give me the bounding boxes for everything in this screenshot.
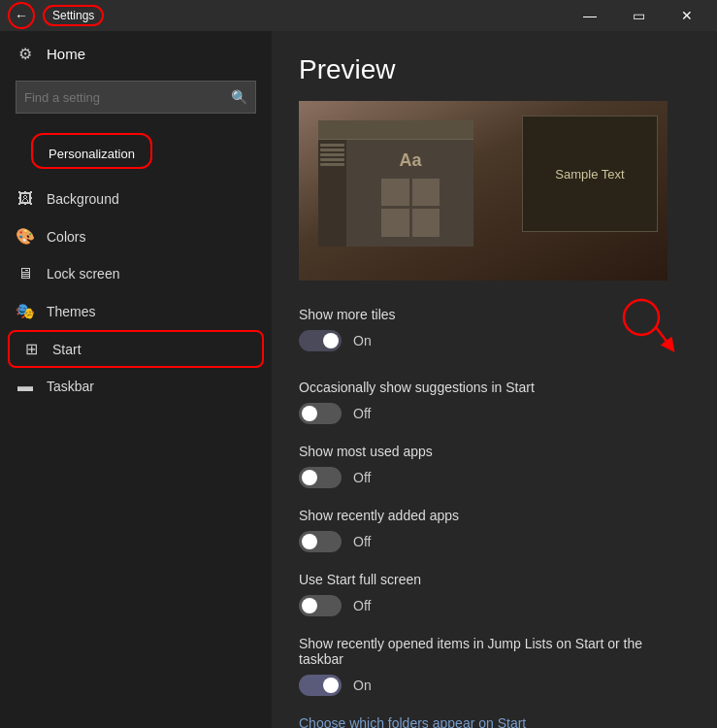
tile-2 (412, 179, 440, 207)
show-suggestions-toggle-row: Off (299, 403, 690, 424)
show-suggestions-thumb (302, 406, 317, 421)
section-header-container: Personalization (0, 121, 272, 181)
use-full-screen-thumb (302, 598, 317, 613)
preview-window-titlebar (318, 120, 473, 140)
preview-tiles (381, 179, 440, 237)
search-box[interactable]: 🔍 (16, 81, 256, 114)
show-recently-added-value: Off (353, 534, 371, 549)
start-icon: ⊞ (21, 340, 41, 358)
tile-4 (412, 209, 440, 237)
svg-point-0 (624, 300, 659, 335)
sample-text-box: Sample Text (522, 116, 658, 232)
show-recently-added-toggle[interactable] (299, 531, 342, 552)
show-more-tiles-toggle[interactable] (299, 330, 342, 351)
title-bar-controls: — ▭ ✕ (568, 0, 709, 31)
show-more-tiles-toggle-row: On (299, 330, 603, 351)
preview-main: Aa (347, 140, 473, 247)
app-title: Settings (43, 5, 104, 26)
preview-strip-5 (320, 163, 344, 166)
show-recently-added-toggle-row: Off (299, 531, 690, 552)
preview-strip-4 (320, 158, 344, 161)
background-icon: 🖼 (16, 190, 35, 208)
sidebar-item-taskbar-label: Taskbar (47, 379, 94, 394)
sample-text-label: Sample Text (555, 167, 624, 182)
preview-aa-label: Aa (381, 150, 440, 237)
show-recently-opened-value: On (353, 678, 372, 693)
setting-show-most-used: Show most used apps Off (299, 444, 690, 488)
colors-icon: 🎨 (16, 227, 35, 246)
show-most-used-value: Off (353, 470, 371, 485)
close-button[interactable]: ✕ (665, 0, 709, 31)
setting-show-recently-opened: Show recently opened items in Jump Lists… (299, 636, 690, 696)
preview-strip-2 (320, 149, 344, 151)
arrow-annotation (603, 298, 680, 360)
show-recently-opened-thumb (323, 678, 339, 693)
show-recently-opened-toggle-row: On (299, 675, 690, 696)
show-more-tiles-value: On (353, 333, 372, 348)
sidebar-item-background[interactable]: 🖼 Background (0, 181, 272, 217)
use-full-screen-toggle[interactable] (299, 595, 342, 616)
sidebar-item-themes-label: Themes (47, 304, 96, 319)
taskbar-icon: ▬ (16, 378, 35, 395)
sidebar-item-background-label: Background (47, 191, 119, 207)
svg-line-1 (656, 327, 670, 347)
preview-window-body: Aa (318, 140, 473, 247)
use-full-screen-value: Off (353, 598, 371, 613)
back-button[interactable]: ← (8, 2, 35, 29)
sidebar: ⚙ Home 🔍 Personalization 🖼 Background 🎨 … (0, 31, 272, 728)
show-most-used-thumb (302, 470, 317, 485)
preview-window: Aa (318, 120, 473, 247)
choose-folders-link[interactable]: Choose which folders appear on Start (299, 715, 690, 728)
show-most-used-toggle[interactable] (299, 467, 342, 488)
show-most-used-toggle-row: Off (299, 467, 690, 488)
show-most-used-label: Show most used apps (299, 444, 690, 459)
search-icon: 🔍 (231, 89, 247, 105)
tile-1 (381, 179, 409, 207)
setting-use-full-screen: Use Start full screen Off (299, 572, 690, 616)
use-full-screen-toggle-row: Off (299, 595, 690, 616)
sidebar-item-home[interactable]: ⚙ Home (0, 31, 272, 77)
show-more-tiles-label: Show more tiles (299, 307, 603, 322)
page-title: Preview (299, 54, 690, 85)
title-bar-left: ← Settings (8, 2, 104, 29)
minimize-button[interactable]: — (568, 0, 612, 31)
show-recently-added-thumb (302, 534, 317, 549)
preview-sidebar (318, 140, 347, 247)
themes-icon: 🎭 (16, 302, 35, 320)
setting-show-more-tiles: Show more tiles On (299, 298, 690, 360)
sidebar-item-start-label: Start (52, 342, 81, 357)
show-recently-opened-toggle[interactable] (299, 675, 342, 696)
show-recently-added-label: Show recently added apps (299, 508, 690, 523)
sidebar-item-lock-screen-label: Lock screen (47, 266, 119, 281)
app-body: ⚙ Home 🔍 Personalization 🖼 Background 🎨 … (0, 31, 717, 728)
sidebar-item-colors[interactable]: 🎨 Colors (0, 217, 272, 255)
home-icon: ⚙ (16, 45, 35, 63)
tile-3 (381, 209, 409, 237)
sidebar-item-themes[interactable]: 🎭 Themes (0, 292, 272, 330)
setting-show-suggestions: Occasionally show suggestions in Start O… (299, 380, 690, 424)
home-label: Home (47, 46, 85, 62)
show-suggestions-label: Occasionally show suggestions in Start (299, 380, 690, 395)
sidebar-item-colors-label: Colors (47, 229, 85, 245)
content-area: Preview Aa (272, 31, 717, 728)
sidebar-item-taskbar[interactable]: ▬ Taskbar (0, 368, 272, 405)
preview-box: Aa Sample Text (299, 101, 668, 281)
setting-show-recently-added: Show recently added apps Off (299, 508, 690, 552)
show-recently-opened-label: Show recently opened items in Jump Lists… (299, 636, 690, 667)
lock-screen-icon: 🖥 (16, 265, 35, 282)
title-bar: ← Settings — ▭ ✕ (0, 0, 717, 31)
sidebar-item-start[interactable]: ⊞ Start (8, 330, 264, 368)
show-suggestions-toggle[interactable] (299, 403, 342, 424)
arrow-svg (603, 298, 680, 356)
search-input[interactable] (24, 90, 231, 105)
maximize-button[interactable]: ▭ (616, 0, 661, 31)
section-header: Personalization (31, 133, 152, 169)
sidebar-item-lock-screen[interactable]: 🖥 Lock screen (0, 255, 272, 292)
preview-strip-1 (320, 144, 344, 147)
preview-strip-3 (320, 153, 344, 156)
show-more-tiles-thumb (323, 333, 339, 348)
use-full-screen-label: Use Start full screen (299, 572, 690, 587)
show-suggestions-value: Off (353, 406, 371, 421)
